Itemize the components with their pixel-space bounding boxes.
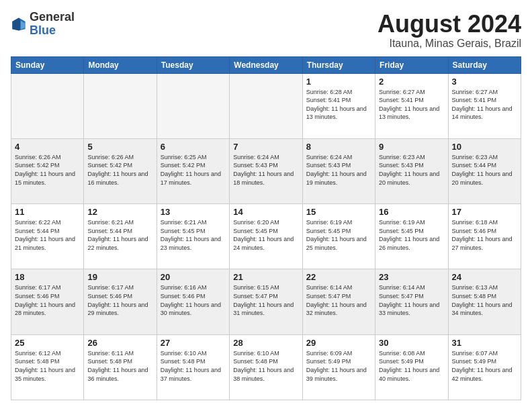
col-sunday: Sunday xyxy=(11,56,84,73)
table-row: 29Sunrise: 6:09 AM Sunset: 5:49 PM Dayli… xyxy=(302,334,375,400)
col-saturday: Saturday xyxy=(448,56,521,73)
day-number: 23 xyxy=(379,272,444,282)
table-row: 25Sunrise: 6:12 AM Sunset: 5:48 PM Dayli… xyxy=(11,334,84,400)
table-row: 1Sunrise: 6:28 AM Sunset: 5:41 PM Daylig… xyxy=(302,73,375,138)
table-row: 22Sunrise: 6:14 AM Sunset: 5:47 PM Dayli… xyxy=(302,269,375,334)
table-row xyxy=(84,73,157,138)
calendar-week-row: 1Sunrise: 6:28 AM Sunset: 5:41 PM Daylig… xyxy=(11,73,521,138)
table-row: 28Sunrise: 6:10 AM Sunset: 5:48 PM Dayli… xyxy=(230,334,302,400)
day-info: Sunrise: 6:26 AM Sunset: 5:42 PM Dayligh… xyxy=(87,153,152,187)
table-row xyxy=(11,73,84,138)
day-info: Sunrise: 6:27 AM Sunset: 5:41 PM Dayligh… xyxy=(452,88,517,122)
day-number: 29 xyxy=(306,338,371,348)
table-row: 30Sunrise: 6:08 AM Sunset: 5:49 PM Dayli… xyxy=(375,334,448,400)
day-info: Sunrise: 6:12 AM Sunset: 5:48 PM Dayligh… xyxy=(15,349,80,383)
table-row: 3Sunrise: 6:27 AM Sunset: 5:41 PM Daylig… xyxy=(448,73,521,138)
calendar-week-row: 18Sunrise: 6:17 AM Sunset: 5:46 PM Dayli… xyxy=(11,269,521,334)
day-info: Sunrise: 6:10 AM Sunset: 5:48 PM Dayligh… xyxy=(233,349,298,383)
day-number: 16 xyxy=(379,207,444,217)
logo-icon xyxy=(11,16,27,32)
day-number: 27 xyxy=(161,338,226,348)
table-row: 16Sunrise: 6:19 AM Sunset: 5:45 PM Dayli… xyxy=(375,204,448,269)
day-info: Sunrise: 6:07 AM Sunset: 5:49 PM Dayligh… xyxy=(452,349,517,383)
table-row: 20Sunrise: 6:16 AM Sunset: 5:46 PM Dayli… xyxy=(157,269,229,334)
day-number: 2 xyxy=(379,77,444,87)
calendar-header-row: Sunday Monday Tuesday Wednesday Thursday… xyxy=(11,56,521,73)
day-info: Sunrise: 6:14 AM Sunset: 5:47 PM Dayligh… xyxy=(306,283,371,317)
table-row xyxy=(157,73,229,138)
col-monday: Monday xyxy=(84,56,157,73)
table-row: 12Sunrise: 6:21 AM Sunset: 5:44 PM Dayli… xyxy=(84,204,157,269)
table-row: 4Sunrise: 6:26 AM Sunset: 5:42 PM Daylig… xyxy=(11,138,84,203)
day-number: 19 xyxy=(87,272,152,282)
table-row: 21Sunrise: 6:15 AM Sunset: 5:47 PM Dayli… xyxy=(230,269,302,334)
table-row: 27Sunrise: 6:10 AM Sunset: 5:48 PM Dayli… xyxy=(157,334,229,400)
col-thursday: Thursday xyxy=(302,56,375,73)
day-number: 15 xyxy=(306,207,371,217)
table-row: 19Sunrise: 6:17 AM Sunset: 5:46 PM Dayli… xyxy=(84,269,157,334)
day-number: 10 xyxy=(452,142,517,152)
calendar-week-row: 25Sunrise: 6:12 AM Sunset: 5:48 PM Dayli… xyxy=(11,334,521,400)
day-info: Sunrise: 6:19 AM Sunset: 5:45 PM Dayligh… xyxy=(306,218,371,252)
day-info: Sunrise: 6:14 AM Sunset: 5:47 PM Dayligh… xyxy=(379,283,444,317)
calendar-week-row: 11Sunrise: 6:22 AM Sunset: 5:44 PM Dayli… xyxy=(11,204,521,269)
day-number: 14 xyxy=(233,207,298,217)
table-row: 8Sunrise: 6:24 AM Sunset: 5:43 PM Daylig… xyxy=(302,138,375,203)
table-row: 11Sunrise: 6:22 AM Sunset: 5:44 PM Dayli… xyxy=(11,204,84,269)
day-info: Sunrise: 6:19 AM Sunset: 5:45 PM Dayligh… xyxy=(379,218,444,252)
day-info: Sunrise: 6:15 AM Sunset: 5:47 PM Dayligh… xyxy=(233,283,298,317)
day-number: 25 xyxy=(15,338,80,348)
day-number: 6 xyxy=(161,142,226,152)
day-number: 4 xyxy=(15,142,80,152)
day-number: 3 xyxy=(452,77,517,87)
logo-general: General xyxy=(30,10,75,24)
page: General Blue August 2024 Itauna, Minas G… xyxy=(0,0,532,411)
day-info: Sunrise: 6:20 AM Sunset: 5:45 PM Dayligh… xyxy=(233,218,298,252)
day-number: 18 xyxy=(15,272,80,282)
title-location: Itauna, Minas Gerais, Brazil xyxy=(378,38,521,50)
col-friday: Friday xyxy=(375,56,448,73)
day-number: 12 xyxy=(87,207,152,217)
day-info: Sunrise: 6:28 AM Sunset: 5:41 PM Dayligh… xyxy=(306,88,371,122)
day-info: Sunrise: 6:22 AM Sunset: 5:44 PM Dayligh… xyxy=(15,218,80,252)
day-number: 8 xyxy=(306,142,371,152)
day-number: 31 xyxy=(452,338,517,348)
day-info: Sunrise: 6:24 AM Sunset: 5:43 PM Dayligh… xyxy=(233,153,298,187)
table-row: 31Sunrise: 6:07 AM Sunset: 5:49 PM Dayli… xyxy=(448,334,521,400)
calendar-table: Sunday Monday Tuesday Wednesday Thursday… xyxy=(11,56,521,400)
day-number: 9 xyxy=(379,142,444,152)
day-number: 24 xyxy=(452,272,517,282)
table-row: 13Sunrise: 6:21 AM Sunset: 5:45 PM Dayli… xyxy=(157,204,229,269)
day-info: Sunrise: 6:27 AM Sunset: 5:41 PM Dayligh… xyxy=(379,88,444,122)
day-info: Sunrise: 6:24 AM Sunset: 5:43 PM Dayligh… xyxy=(306,153,371,187)
table-row: 23Sunrise: 6:14 AM Sunset: 5:47 PM Dayli… xyxy=(375,269,448,334)
day-info: Sunrise: 6:21 AM Sunset: 5:45 PM Dayligh… xyxy=(161,218,226,252)
day-number: 7 xyxy=(233,142,298,152)
table-row: 7Sunrise: 6:24 AM Sunset: 5:43 PM Daylig… xyxy=(230,138,302,203)
day-number: 28 xyxy=(233,338,298,348)
day-info: Sunrise: 6:09 AM Sunset: 5:49 PM Dayligh… xyxy=(306,349,371,383)
table-row: 6Sunrise: 6:25 AM Sunset: 5:42 PM Daylig… xyxy=(157,138,229,203)
table-row: 24Sunrise: 6:13 AM Sunset: 5:48 PM Dayli… xyxy=(448,269,521,334)
calendar-week-row: 4Sunrise: 6:26 AM Sunset: 5:42 PM Daylig… xyxy=(11,138,521,203)
title-block: August 2024 Itauna, Minas Gerais, Brazil xyxy=(378,11,521,50)
day-number: 30 xyxy=(379,338,444,348)
table-row: 14Sunrise: 6:20 AM Sunset: 5:45 PM Dayli… xyxy=(230,204,302,269)
col-tuesday: Tuesday xyxy=(157,56,229,73)
table-row: 17Sunrise: 6:18 AM Sunset: 5:46 PM Dayli… xyxy=(448,204,521,269)
day-info: Sunrise: 6:11 AM Sunset: 5:48 PM Dayligh… xyxy=(87,349,152,383)
day-number: 11 xyxy=(15,207,80,217)
table-row: 2Sunrise: 6:27 AM Sunset: 5:41 PM Daylig… xyxy=(375,73,448,138)
day-info: Sunrise: 6:18 AM Sunset: 5:46 PM Dayligh… xyxy=(452,218,517,252)
col-wednesday: Wednesday xyxy=(230,56,302,73)
table-row xyxy=(230,73,302,138)
table-row: 26Sunrise: 6:11 AM Sunset: 5:48 PM Dayli… xyxy=(84,334,157,400)
day-info: Sunrise: 6:17 AM Sunset: 5:46 PM Dayligh… xyxy=(15,283,80,317)
day-number: 20 xyxy=(161,272,226,282)
day-info: Sunrise: 6:17 AM Sunset: 5:46 PM Dayligh… xyxy=(87,283,152,317)
day-info: Sunrise: 6:23 AM Sunset: 5:43 PM Dayligh… xyxy=(379,153,444,187)
logo-blue: Blue xyxy=(30,24,56,37)
day-info: Sunrise: 6:26 AM Sunset: 5:42 PM Dayligh… xyxy=(15,153,80,187)
table-row: 18Sunrise: 6:17 AM Sunset: 5:46 PM Dayli… xyxy=(11,269,84,334)
day-info: Sunrise: 6:10 AM Sunset: 5:48 PM Dayligh… xyxy=(161,349,226,383)
